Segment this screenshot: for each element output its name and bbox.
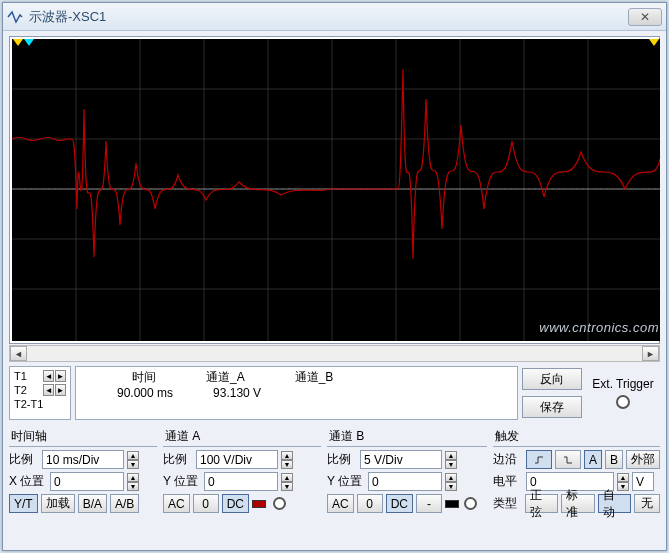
chb-minus-button[interactable]: - xyxy=(416,494,442,513)
channel-b-title: 通道 B xyxy=(327,428,487,447)
cursor-controls: T1 ◄ ► T2 ◄ ► T2-T1 xyxy=(9,366,71,420)
t1-right-button[interactable]: ► xyxy=(55,370,66,382)
cha-dc-button[interactable]: DC xyxy=(222,494,249,513)
chb-scale-label: 比例 xyxy=(327,451,357,468)
close-button[interactable]: ✕ xyxy=(628,8,662,26)
edge-falling-button[interactable] xyxy=(555,450,581,469)
trigger-title: 触发 xyxy=(493,428,660,447)
timebase-xpos-input[interactable]: 0 xyxy=(50,472,124,491)
ext-trigger-group: Ext. Trigger xyxy=(586,366,660,420)
readout-time-header: 时间 xyxy=(132,369,156,386)
cha-ypos-down[interactable]: ▼ xyxy=(281,482,293,491)
trigger-src-b-button[interactable]: B xyxy=(605,450,623,469)
cursor-diff-label: T2-T1 xyxy=(14,398,46,410)
rising-edge-icon xyxy=(534,455,544,465)
cha-scale-up[interactable]: ▲ xyxy=(281,451,293,460)
app-icon xyxy=(7,9,23,25)
measurement-readout: 时间 通道_A 通道_B 90.000 ms 93.130 V xyxy=(75,366,518,420)
trigger-level-label: 电平 xyxy=(493,473,523,490)
readout-chb-header: 通道_B xyxy=(295,369,334,386)
cha-ypos-label: Y 位置 xyxy=(163,473,201,490)
cha-scale-down[interactable]: ▼ xyxy=(281,460,293,469)
scope-grid xyxy=(12,39,660,341)
falling-edge-icon xyxy=(563,455,573,465)
chb-scale-up[interactable]: ▲ xyxy=(445,451,457,460)
channel-a-title: 通道 A xyxy=(163,428,321,447)
trigger-group: 触发 边沿 A B 外部 电平 0 ▲▼ V 类型 正弦 xyxy=(493,426,660,518)
trigger-src-ext-button[interactable]: 外部 xyxy=(626,450,660,469)
chb-dc-button[interactable]: DC xyxy=(386,494,413,513)
cursor-t1-label: T1 xyxy=(14,370,42,382)
timebase-xpos-up[interactable]: ▲ xyxy=(127,473,139,482)
timebase-scale-down[interactable]: ▼ xyxy=(127,460,139,469)
cursor-t2-label: T2 xyxy=(14,384,42,396)
trigger-none-button[interactable]: 无 xyxy=(634,494,660,513)
chb-ac-button[interactable]: AC xyxy=(327,494,354,513)
timebase-scale-input[interactable]: 10 ms/Div xyxy=(42,450,124,469)
chb-ypos-down[interactable]: ▼ xyxy=(445,482,457,491)
reverse-button[interactable]: 反向 xyxy=(522,368,582,390)
horizontal-scrollbar[interactable]: ◄ ► xyxy=(9,345,660,362)
trigger-level-unit[interactable]: V xyxy=(632,472,654,491)
ext-trigger-label: Ext. Trigger xyxy=(592,377,653,391)
watermark-text: www.cntronics.com xyxy=(539,320,659,335)
timebase-scale-label: 比例 xyxy=(9,451,39,468)
timebase-xpos-label: X 位置 xyxy=(9,473,47,490)
mode-yt-button[interactable]: Y/T xyxy=(9,494,38,513)
cha-scale-label: 比例 xyxy=(163,451,193,468)
edge-rising-button[interactable] xyxy=(526,450,552,469)
timebase-xpos-down[interactable]: ▼ xyxy=(127,482,139,491)
trigger-edge-label: 边沿 xyxy=(493,451,523,468)
trace-channel-a xyxy=(12,69,660,259)
mode-ab-button[interactable]: A/B xyxy=(110,494,139,513)
channel-a-group: 通道 A 比例 100 V/Div ▲▼ Y 位置 0 ▲▼ AC 0 DC xyxy=(163,426,321,518)
cha-zero-button[interactable]: 0 xyxy=(193,494,219,513)
cha-scale-input[interactable]: 100 V/Div xyxy=(196,450,278,469)
scroll-track[interactable] xyxy=(27,346,642,361)
title-bar: 示波器-XSC1 ✕ xyxy=(3,3,666,31)
t1-left-button[interactable]: ◄ xyxy=(43,370,54,382)
readout-cha-value: 93.130 V xyxy=(213,386,261,400)
t2-right-button[interactable]: ► xyxy=(55,384,66,396)
chb-zero-button[interactable]: 0 xyxy=(357,494,383,513)
scope-container xyxy=(9,36,660,344)
chb-terminal[interactable] xyxy=(464,497,477,510)
trigger-src-a-button[interactable]: A xyxy=(584,450,602,469)
t2-left-button[interactable]: ◄ xyxy=(43,384,54,396)
save-button[interactable]: 保存 xyxy=(522,396,582,418)
trigger-normal-button[interactable]: 标准 xyxy=(561,494,594,513)
chb-color-swatch[interactable] xyxy=(445,500,459,508)
timebase-title: 时间轴 xyxy=(9,428,157,447)
chb-scale-down[interactable]: ▼ xyxy=(445,460,457,469)
cha-ypos-up[interactable]: ▲ xyxy=(281,473,293,482)
ext-trigger-terminal[interactable] xyxy=(616,395,630,409)
trigger-level-up[interactable]: ▲ xyxy=(617,473,629,482)
trigger-auto-button[interactable]: 自动 xyxy=(598,494,631,513)
chb-ypos-up[interactable]: ▲ xyxy=(445,473,457,482)
mode-add-button[interactable]: 加载 xyxy=(41,494,75,513)
timebase-scale-up[interactable]: ▲ xyxy=(127,451,139,460)
trigger-type-label: 类型 xyxy=(493,495,522,512)
chb-ypos-label: Y 位置 xyxy=(327,473,365,490)
mode-ba-button[interactable]: B/A xyxy=(78,494,107,513)
cha-terminal[interactable] xyxy=(273,497,286,510)
scroll-left-button[interactable]: ◄ xyxy=(10,346,27,361)
window-title: 示波器-XSC1 xyxy=(29,8,628,26)
cha-color-swatch[interactable] xyxy=(252,500,266,508)
chb-ypos-input[interactable]: 0 xyxy=(368,472,442,491)
cha-ypos-input[interactable]: 0 xyxy=(204,472,278,491)
trigger-sine-button[interactable]: 正弦 xyxy=(525,494,558,513)
oscilloscope-display[interactable] xyxy=(12,39,660,341)
chb-scale-input[interactable]: 5 V/Div xyxy=(360,450,442,469)
readout-time-value: 90.000 ms xyxy=(117,386,173,400)
readout-cha-header: 通道_A xyxy=(206,369,245,386)
channel-b-group: 通道 B 比例 5 V/Div ▲▼ Y 位置 0 ▲▼ AC 0 DC - xyxy=(327,426,487,518)
timebase-group: 时间轴 比例 10 ms/Div ▲▼ X 位置 0 ▲▼ Y/T 加载 B/A… xyxy=(9,426,157,518)
cha-ac-button[interactable]: AC xyxy=(163,494,190,513)
scroll-right-button[interactable]: ► xyxy=(642,346,659,361)
